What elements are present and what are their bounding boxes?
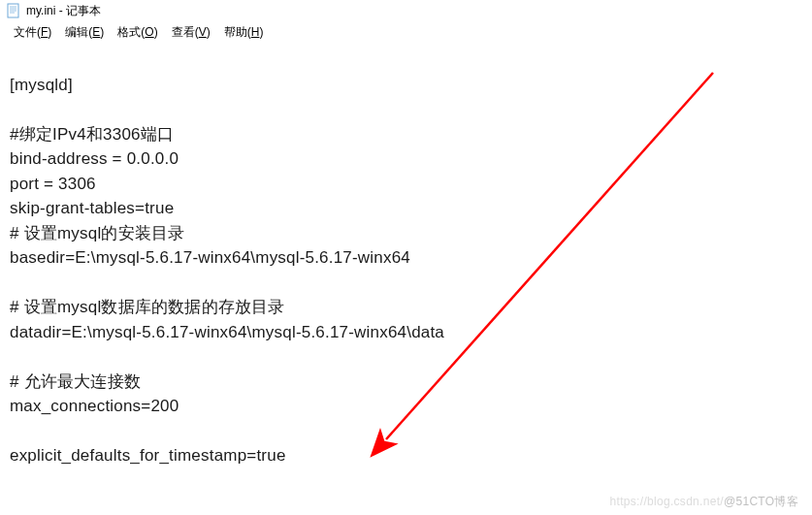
menu-file[interactable]: 文件(F) [10,23,55,42]
text-line: # 设置mysql的安装目录 [10,224,184,242]
text-line: basedir=E:\mysql-5.6.17-winx64\mysql-5.6… [10,248,410,267]
menu-help[interactable]: 帮助(H) [220,23,268,42]
text-line: max_connections=200 [10,397,179,415]
text-line: datadir=E:\mysql-5.6.17-winx64\mysql-5.6… [10,323,444,341]
title-bar: my.ini - 记事本 [0,0,812,21]
menu-edit[interactable]: 编辑(E) [61,23,108,42]
text-line: # 设置mysql数据库的数据的存放目录 [10,298,285,316]
watermark-url: https://blog.csdn.net/ [610,495,724,508]
text-line: port = 3306 [10,175,96,193]
text-line: bind-address = 0.0.0.0 [10,149,179,168]
notepad-icon [6,3,21,18]
watermark-author: @51CTO博客 [724,495,798,508]
menu-bar: 文件(F) 编辑(E) 格式(O) 查看(V) 帮助(H) [0,21,812,46]
menu-view[interactable]: 查看(V) [168,23,214,42]
menu-format[interactable]: 格式(O) [114,23,161,42]
text-line: [mysqld] [10,76,73,94]
text-line: skip-grant-tables=true [10,199,174,217]
window-title: my.ini - 记事本 [26,3,101,19]
watermark: https://blog.csdn.net/@51CTO博客 [610,494,798,510]
text-line: explicit_defaults_for_timestamp=true [10,446,286,465]
text-line: #绑定IPv4和3306端口 [10,125,174,144]
editor-content[interactable]: [mysqld] #绑定IPv4和3306端口 bind-address = 0… [0,46,812,474]
text-line: # 允许最大连接数 [10,372,141,391]
